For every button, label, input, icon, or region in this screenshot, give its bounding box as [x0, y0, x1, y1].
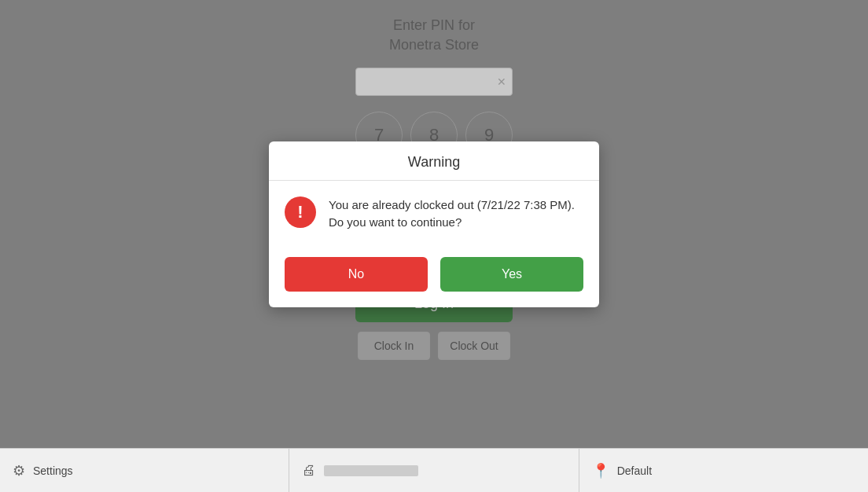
- store-section[interactable]: 🖨: [289, 449, 579, 492]
- store-name-redacted: [324, 465, 418, 476]
- settings-label: Settings: [33, 464, 73, 477]
- dialog-title: Warning: [408, 154, 460, 170]
- modal-overlay: Warning ! You are already clocked out (7…: [0, 0, 868, 448]
- settings-section[interactable]: ⚙ Settings: [0, 449, 289, 492]
- store-icon: 🖨: [302, 462, 316, 479]
- location-label: Default: [617, 464, 652, 477]
- location-section[interactable]: 📍 Default: [579, 449, 868, 492]
- dialog-message: You are already clocked out (7/21/22 7:3…: [329, 196, 583, 232]
- warning-icon: !: [285, 196, 316, 228]
- warning-dialog: Warning ! You are already clocked out (7…: [269, 141, 599, 307]
- dialog-body: ! You are already clocked out (7/21/22 7…: [269, 181, 599, 248]
- location-icon: 📍: [592, 462, 609, 479]
- settings-icon: ⚙: [13, 462, 25, 479]
- bottom-bar: ⚙ Settings 🖨 📍 Default: [0, 448, 868, 492]
- yes-button[interactable]: Yes: [440, 257, 583, 292]
- no-button[interactable]: No: [285, 257, 428, 292]
- dialog-footer: No Yes: [269, 248, 599, 307]
- dialog-header: Warning: [269, 141, 599, 181]
